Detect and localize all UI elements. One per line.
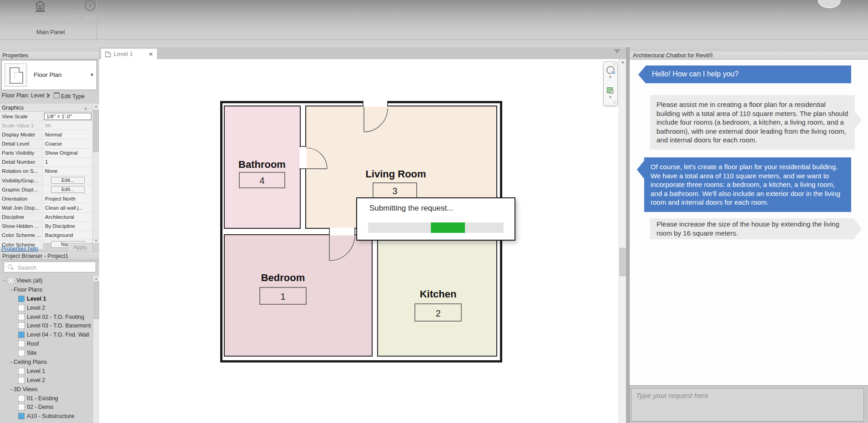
progress-bar-track	[368, 222, 504, 233]
property-value[interactable]: 96	[43, 123, 92, 128]
plan-view-icon	[18, 305, 25, 311]
room-number: 2	[435, 308, 440, 318]
chevron-down-icon[interactable]: ▼	[609, 76, 612, 79]
tree-item-level-03-t-o-basement[interactable]: Level 03 - T.O. Basement	[1, 321, 92, 330]
property-row[interactable]: Show Hidden ...By Discipline	[0, 222, 92, 231]
tree-scrollbar[interactable]: ▲	[93, 276, 99, 423]
property-row[interactable]: Detail LevelCoarse	[0, 139, 92, 148]
scroll-up-icon[interactable]: ▲	[93, 105, 99, 108]
tree-item-level-2[interactable]: Level 2	[1, 376, 92, 385]
tree-item-level-1[interactable]: Level 1	[1, 367, 92, 376]
tree-item-site[interactable]: Site	[1, 348, 92, 358]
tree-item-floor-plans[interactable]: −Floor Plans	[1, 285, 92, 294]
tree-item-level-2[interactable]: Level 2	[1, 303, 92, 312]
tree-item-3d-views[interactable]: −3D Views	[1, 385, 92, 394]
property-value[interactable]: Normal	[43, 132, 92, 137]
tree-item-ceiling-plans[interactable]: −Ceiling Plans	[1, 358, 92, 367]
property-value[interactable]: Clean all wall j...	[43, 205, 92, 211]
property-row[interactable]: Parts VisibilityShow Original	[0, 149, 92, 158]
tree-collapse-icon[interactable]: −	[2, 278, 7, 283]
tree-item-02-demo[interactable]: 02 - Demo	[1, 403, 92, 412]
scrollbar-thumb[interactable]	[620, 248, 626, 276]
tree-item-01-existing[interactable]: 01 - Existing	[1, 394, 92, 403]
ribbon-group-separator	[96, 0, 97, 39]
scrollbar-thumb[interactable]	[94, 282, 99, 319]
app-ribbon-button-label: Architectural Chatbot for Revit®	[0, 14, 81, 20]
nav-pin-icon[interactable]	[613, 63, 616, 66]
collapse-section-icon[interactable]: «	[81, 107, 90, 110]
property-row[interactable]: Visibility/Grap...Edit...	[0, 176, 92, 185]
property-label: Orientation	[0, 194, 43, 203]
left-panel: Properties Floor Plan ▼ Floor Plan: Leve…	[0, 47, 100, 423]
user-message-bubble: Please increase the size of the house by…	[650, 218, 855, 239]
property-row[interactable]: Display ModelNormal	[0, 130, 92, 139]
message-tail	[855, 220, 862, 237]
section-header-graphics[interactable]: Graphics «	[0, 104, 92, 112]
plan-view-icon	[18, 368, 25, 374]
property-row[interactable]: DisciplineArchitectural	[0, 213, 92, 222]
property-row[interactable]: Color Scheme ...Background	[0, 231, 92, 240]
apply-button[interactable]: Apply	[67, 243, 93, 252]
close-tab-icon[interactable]: ×	[149, 50, 153, 57]
account-button[interactable]	[818, 0, 841, 8]
tree-collapse-icon[interactable]: −	[9, 387, 14, 392]
zoom-region-icon[interactable]	[607, 87, 613, 93]
property-row[interactable]: OrientationProject North	[0, 194, 92, 203]
scroll-down-icon[interactable]: ▼	[93, 239, 99, 242]
property-value[interactable]: 1	[43, 159, 92, 165]
property-edit-button[interactable]: Edit...	[51, 186, 85, 193]
chat-input[interactable]	[631, 388, 864, 422]
tree-item-level-1[interactable]: Level 1	[1, 294, 92, 303]
property-label: Parts Visibility	[0, 149, 43, 157]
property-value[interactable]: Coarse	[43, 141, 92, 146]
property-row[interactable]: Detail Number1	[0, 158, 92, 167]
canvas-scrollbar[interactable]: ▲	[619, 59, 626, 423]
property-value[interactable]: Show Original	[43, 150, 92, 156]
collapse-panel-icon[interactable]: ▼	[614, 50, 620, 54]
tree-item-level-04-t-o-fnd-wall[interactable]: Level 04 - T.O. Fnd. Wall	[1, 330, 92, 339]
property-row[interactable]: Rotation on S...None	[0, 167, 92, 176]
property-value[interactable]: Architectural	[43, 214, 92, 220]
tree-collapse-icon[interactable]: −	[9, 287, 14, 292]
room-label: Kitchen	[420, 288, 457, 300]
property-value[interactable]: Project North	[43, 196, 92, 201]
message-tail	[855, 111, 862, 129]
properties-scrollbar[interactable]: ▲ ▼	[92, 104, 99, 243]
property-edit-button[interactable]: Edit...	[51, 177, 85, 184]
property-row[interactable]: Scale Value 1:96	[0, 121, 92, 130]
app-ribbon-button[interactable]: AI Architectural Chatbot for Revit®	[0, 0, 81, 22]
steering-wheel-2d-icon[interactable]: 2D	[606, 66, 615, 74]
property-row[interactable]: Graphic Displ...Edit...	[0, 185, 92, 194]
chevron-down-icon[interactable]: ▼	[90, 72, 94, 77]
property-value[interactable]: None	[43, 168, 92, 174]
property-label: Visibility/Grap...	[0, 176, 43, 185]
view-tab-level1[interactable]: Level 1 ×	[101, 49, 157, 59]
chevron-down-icon[interactable]: ▼	[47, 93, 51, 98]
property-row[interactable]: Wall Join Disp...Clean all wall j...	[0, 203, 92, 212]
about-button-label: About	[79, 14, 101, 20]
drawing-canvas[interactable]: Bathroom 4 Living Room 3 Bedroom 1 Kitch…	[99, 59, 626, 423]
scrollbar-thumb[interactable]	[93, 110, 99, 152]
property-value[interactable]: Background	[43, 232, 92, 238]
tree-item-views-all-[interactable]: −Views (all)	[1, 276, 92, 285]
scroll-up-icon[interactable]: ▲	[93, 277, 99, 280]
tree-item-level-02-t-o-footing[interactable]: Level 02 - T.O. Footing	[1, 312, 92, 322]
property-value-input[interactable]: 1/8" = 1'-0"	[44, 113, 91, 120]
scroll-up-icon[interactable]: ▲	[619, 60, 626, 64]
properties-help-link[interactable]: Properties help	[1, 246, 38, 252]
instance-selector[interactable]: Floor Plan: Level 1	[2, 92, 49, 99]
nav-pin-icon[interactable]	[613, 101, 616, 104]
property-row[interactable]: View Scale1/8" = 1'-0"	[0, 112, 92, 121]
search-input[interactable]	[17, 263, 95, 272]
tree-collapse-icon[interactable]: −	[9, 359, 14, 365]
edit-type-button[interactable]: Edit Type	[54, 92, 85, 100]
tree-item-a10-substructure[interactable]: A10 - Substructure	[1, 412, 92, 421]
property-value[interactable]: By Discipline	[43, 223, 92, 229]
panel-splitter[interactable]	[626, 47, 629, 423]
tree-item-label: 01 - Existing	[27, 395, 58, 402]
tree-item-roof[interactable]: Roof	[1, 339, 92, 348]
room-bedroom[interactable]	[224, 235, 372, 356]
chevron-down-icon[interactable]: ▼	[609, 96, 612, 99]
plan-view-icon	[18, 322, 25, 329]
type-selector[interactable]: Floor Plan ▼	[1, 60, 97, 90]
